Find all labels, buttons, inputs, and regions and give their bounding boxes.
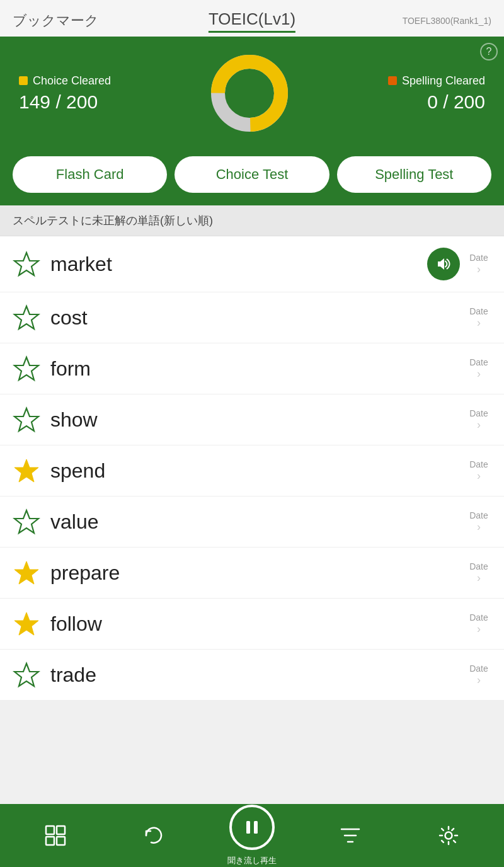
list-item: spend Date › xyxy=(0,445,504,497)
spelling-dot xyxy=(388,76,397,85)
date-label: Date xyxy=(469,253,488,263)
svg-marker-9 xyxy=(14,612,38,635)
play-pause-wrap: 聞き流し再生 xyxy=(203,805,301,866)
spelling-stat: Spelling Cleared 0 / 200 xyxy=(388,74,485,113)
toolbar-grid-button[interactable] xyxy=(6,824,105,847)
choice-stat: Choice Cleared 149 / 200 xyxy=(19,74,111,113)
sound-button[interactable] xyxy=(427,248,460,280)
date-label: Date xyxy=(469,357,488,367)
chevron-right-icon: › xyxy=(477,623,481,636)
date-col[interactable]: Date › xyxy=(466,510,491,534)
chevron-right-icon: › xyxy=(477,316,481,330)
date-col[interactable]: Date › xyxy=(466,357,491,381)
svg-rect-12 xyxy=(57,826,65,834)
page-title: TOEIC(Lv1) xyxy=(209,9,295,29)
date-col[interactable]: Date › xyxy=(466,663,491,687)
chevron-right-icon: › xyxy=(477,571,481,585)
svg-rect-13 xyxy=(46,837,54,845)
stats-section: Choice Cleared 149 / 200 Spelling Cleare… xyxy=(0,37,504,156)
star-icon[interactable] xyxy=(13,250,40,278)
list-item: follow Date › xyxy=(0,599,504,650)
play-label: 聞き流し再生 xyxy=(227,855,277,866)
word-text: spend xyxy=(50,459,466,483)
svg-marker-10 xyxy=(14,663,38,686)
donut-svg xyxy=(205,49,294,137)
choice-label: Choice Cleared xyxy=(19,74,111,88)
list-item: form Date › xyxy=(0,343,504,394)
choice-dot xyxy=(19,76,28,85)
header-title-wrap: TOEIC(Lv1) xyxy=(209,9,295,33)
app-header: ブックマーク TOEIC(Lv1) TOEFL3800(Rank1_1) xyxy=(0,0,504,37)
list-item: market Date › xyxy=(0,236,504,292)
list-item: trade Date › xyxy=(0,650,504,701)
title-underline xyxy=(209,31,295,33)
list-item: value Date › xyxy=(0,497,504,548)
chevron-right-icon: › xyxy=(477,520,481,534)
star-icon[interactable] xyxy=(13,661,40,689)
refresh-icon xyxy=(142,824,166,847)
svg-marker-8 xyxy=(14,561,38,584)
word-text: form xyxy=(50,357,466,381)
svg-marker-3 xyxy=(14,306,38,329)
date-col[interactable]: Date › xyxy=(466,459,491,483)
bottom-toolbar: 聞き流し再生 xyxy=(0,804,504,867)
date-col[interactable]: Date › xyxy=(466,253,491,276)
chevron-right-icon: › xyxy=(477,418,481,432)
gear-icon xyxy=(437,824,461,847)
star-icon[interactable] xyxy=(13,406,40,433)
toolbar-refresh-button[interactable] xyxy=(105,824,203,847)
word-text: prepare xyxy=(50,561,466,585)
filter-bar: スペルテストに未正解の単語(新しい順) xyxy=(0,205,504,236)
mode-buttons: Flash Card Choice Test Spelling Test xyxy=(0,156,504,205)
word-list: market Date › cost Date › form D xyxy=(0,236,504,701)
grid-icon xyxy=(43,824,67,847)
choice-label-text: Choice Cleared xyxy=(33,74,111,88)
choice-test-button[interactable]: Choice Test xyxy=(175,156,329,193)
date-col[interactable]: Date › xyxy=(466,408,491,432)
toolbar-settings-button[interactable] xyxy=(399,824,498,847)
pause-icon xyxy=(243,818,261,837)
date-label: Date xyxy=(469,459,488,469)
sound-icon xyxy=(435,256,452,272)
list-item: cost Date › xyxy=(0,292,504,343)
svg-marker-7 xyxy=(14,510,38,533)
word-text: follow xyxy=(50,612,466,636)
date-col[interactable]: Date › xyxy=(466,561,491,585)
date-label: Date xyxy=(469,663,488,674)
date-label: Date xyxy=(469,561,488,571)
spelling-label: Spelling Cleared xyxy=(388,74,485,88)
toolbar-filter-button[interactable] xyxy=(301,824,399,847)
bookmark-button[interactable]: ブックマーク xyxy=(13,11,99,30)
svg-marker-4 xyxy=(14,357,38,380)
date-label: Date xyxy=(469,408,488,418)
date-col[interactable]: Date › xyxy=(466,306,491,330)
list-item: prepare Date › xyxy=(0,548,504,599)
chevron-right-icon: › xyxy=(477,469,481,483)
donut-chart xyxy=(205,49,294,137)
star-icon[interactable] xyxy=(13,508,40,536)
chevron-right-icon: › xyxy=(477,263,481,276)
star-icon[interactable] xyxy=(13,457,40,485)
filter-icon xyxy=(338,824,362,847)
svg-rect-16 xyxy=(254,821,258,834)
spelling-test-button[interactable]: Spelling Test xyxy=(337,156,491,193)
svg-rect-11 xyxy=(46,826,54,834)
star-icon[interactable] xyxy=(13,355,40,382)
spelling-label-text: Spelling Cleared xyxy=(402,74,485,88)
svg-point-17 xyxy=(445,832,452,839)
chevron-right-icon: › xyxy=(477,674,481,687)
star-icon[interactable] xyxy=(13,559,40,587)
word-text: cost xyxy=(50,306,466,330)
filter-label: スペルテストに未正解の単語(新しい順) xyxy=(13,214,213,227)
word-text: show xyxy=(50,408,466,432)
star-icon[interactable] xyxy=(13,610,40,638)
header-right-label: TOEFL3800(Rank1_1) xyxy=(403,16,491,26)
date-label: Date xyxy=(469,612,488,623)
play-pause-button[interactable] xyxy=(229,805,275,850)
flash-card-button[interactable]: Flash Card xyxy=(13,156,167,193)
spelling-value: 0 / 200 xyxy=(427,91,485,113)
date-col[interactable]: Date › xyxy=(466,612,491,636)
help-icon[interactable]: ? xyxy=(480,43,498,60)
svg-marker-2 xyxy=(14,253,38,275)
star-icon[interactable] xyxy=(13,304,40,331)
